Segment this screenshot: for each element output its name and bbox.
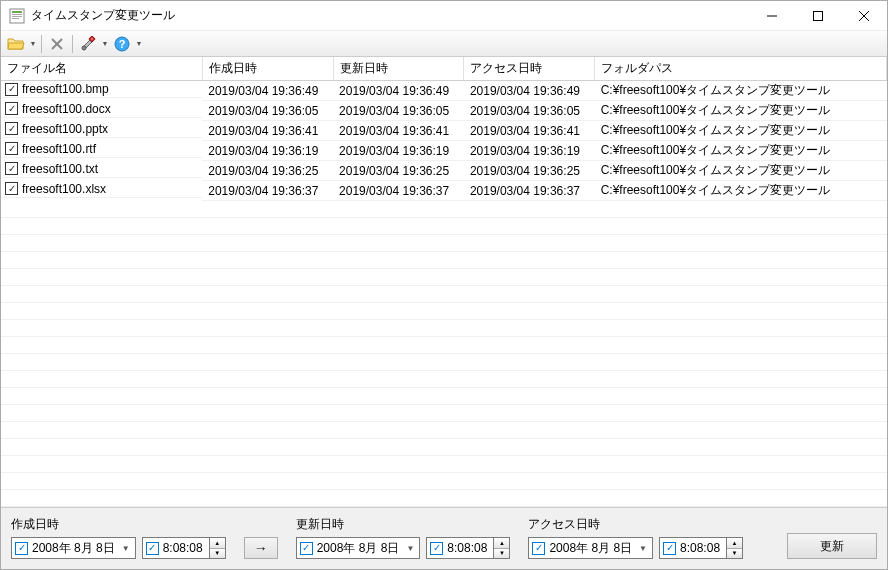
file-name: freesoft100.rtf: [22, 142, 96, 156]
cell-modified: 2019/03/04 19:36:37: [333, 181, 464, 201]
table-row[interactable]: ✓freesoft100.xlsx2019/03/04 19:36:372019…: [1, 181, 887, 201]
table-row-empty: [1, 456, 887, 473]
toolbar-separator: [41, 35, 42, 53]
minimize-button[interactable]: [749, 1, 795, 31]
svg-rect-3: [12, 16, 22, 17]
cell-accessed: 2019/03/04 19:36:25: [464, 161, 595, 181]
modified-group: 更新日時 ✓ 2008年 8月 8日 ▼ ✓ 8:08:08 ▲▼: [296, 516, 511, 559]
row-checkbox[interactable]: ✓: [5, 102, 18, 115]
help-dropdown[interactable]: ▼: [135, 33, 143, 55]
cell-created: 2019/03/04 19:36:05: [202, 101, 333, 121]
table-row-empty: [1, 439, 887, 456]
chevron-down-icon[interactable]: ▼: [403, 544, 417, 553]
modified-time-picker[interactable]: ✓ 8:08:08: [426, 537, 494, 559]
svg-rect-2: [12, 14, 22, 15]
update-button[interactable]: 更新: [787, 533, 877, 559]
accessed-time-checkbox[interactable]: ✓: [663, 542, 676, 555]
delete-button[interactable]: [46, 33, 68, 55]
row-checkbox[interactable]: ✓: [5, 122, 18, 135]
chevron-down-icon[interactable]: ▼: [119, 544, 133, 553]
created-date-checkbox[interactable]: ✓: [15, 542, 28, 555]
created-date-picker[interactable]: ✓ 2008年 8月 8日 ▼: [11, 537, 136, 559]
table-row[interactable]: ✓freesoft100.bmp2019/03/04 19:36:492019/…: [1, 81, 887, 101]
table-row-empty: [1, 320, 887, 337]
chevron-down-icon[interactable]: ▼: [636, 544, 650, 553]
cell-folder: C:¥freesoft100¥タイムスタンプ変更ツール: [595, 161, 887, 181]
file-name: freesoft100.txt: [22, 162, 98, 176]
cell-folder: C:¥freesoft100¥タイムスタンプ変更ツール: [595, 81, 887, 101]
table-row-empty: [1, 303, 887, 320]
file-table-wrap[interactable]: ファイル名 作成日時 更新日時 アクセス日時 フォルダパス ✓freesoft1…: [1, 57, 887, 508]
close-button[interactable]: [841, 1, 887, 31]
modified-date-checkbox[interactable]: ✓: [300, 542, 313, 555]
table-header-row: ファイル名 作成日時 更新日時 アクセス日時 フォルダパス: [1, 57, 887, 81]
apply-arrow-button[interactable]: →: [244, 537, 278, 559]
cell-accessed: 2019/03/04 19:36:37: [464, 181, 595, 201]
window-controls: [749, 1, 887, 31]
table-row-empty: [1, 371, 887, 388]
column-header-modified[interactable]: 更新日時: [333, 57, 464, 81]
row-checkbox[interactable]: ✓: [5, 182, 18, 195]
open-folder-button[interactable]: [5, 33, 27, 55]
modified-time-spinner[interactable]: ▲▼: [494, 537, 510, 559]
table-row-empty: [1, 337, 887, 354]
row-checkbox[interactable]: ✓: [5, 142, 18, 155]
column-header-folder[interactable]: フォルダパス: [595, 57, 887, 81]
accessed-label: アクセス日時: [528, 516, 743, 533]
created-time-spinner[interactable]: ▲▼: [210, 537, 226, 559]
window-title: タイムスタンプ変更ツール: [31, 7, 749, 24]
accessed-time-picker[interactable]: ✓ 8:08:08: [659, 537, 727, 559]
table-row-empty: [1, 252, 887, 269]
cell-created: 2019/03/04 19:36:19: [202, 141, 333, 161]
toolbar-separator: [72, 35, 73, 53]
table-row-empty: [1, 388, 887, 405]
cell-created: 2019/03/04 19:36:25: [202, 161, 333, 181]
modified-time-checkbox[interactable]: ✓: [430, 542, 443, 555]
row-checkbox[interactable]: ✓: [5, 162, 18, 175]
cell-created: 2019/03/04 19:36:49: [202, 81, 333, 101]
table-row-empty: [1, 286, 887, 303]
cell-modified: 2019/03/04 19:36:41: [333, 121, 464, 141]
modified-label: 更新日時: [296, 516, 511, 533]
toolbar: ▼ ▼ ? ▼: [1, 31, 887, 57]
table-row[interactable]: ✓freesoft100.rtf2019/03/04 19:36:192019/…: [1, 141, 887, 161]
table-row-empty: [1, 490, 887, 507]
settings-dropdown[interactable]: ▼: [101, 33, 109, 55]
cell-folder: C:¥freesoft100¥タイムスタンプ変更ツール: [595, 181, 887, 201]
column-header-created[interactable]: 作成日時: [202, 57, 333, 81]
svg-point-12: [82, 46, 86, 50]
cell-modified: 2019/03/04 19:36:05: [333, 101, 464, 121]
settings-button[interactable]: [77, 33, 99, 55]
created-group: 作成日時 ✓ 2008年 8月 8日 ▼ ✓ 8:08:08 ▲▼: [11, 516, 226, 559]
modified-date-picker[interactable]: ✓ 2008年 8月 8日 ▼: [296, 537, 421, 559]
cell-accessed: 2019/03/04 19:36:41: [464, 121, 595, 141]
accessed-date-checkbox[interactable]: ✓: [532, 542, 545, 555]
created-time-picker[interactable]: ✓ 8:08:08: [142, 537, 210, 559]
cell-modified: 2019/03/04 19:36:25: [333, 161, 464, 181]
cell-accessed: 2019/03/04 19:36:05: [464, 101, 595, 121]
table-row[interactable]: ✓freesoft100.docx2019/03/04 19:36:052019…: [1, 101, 887, 121]
table-row[interactable]: ✓freesoft100.pptx2019/03/04 19:36:412019…: [1, 121, 887, 141]
open-folder-dropdown[interactable]: ▼: [29, 33, 37, 55]
svg-rect-6: [814, 11, 823, 20]
bottom-panel: 作成日時 ✓ 2008年 8月 8日 ▼ ✓ 8:08:08 ▲▼ → 更新日時…: [1, 508, 887, 569]
accessed-time-spinner[interactable]: ▲▼: [727, 537, 743, 559]
created-time-checkbox[interactable]: ✓: [146, 542, 159, 555]
table-row-empty: [1, 218, 887, 235]
help-button[interactable]: ?: [111, 33, 133, 55]
cell-modified: 2019/03/04 19:36:49: [333, 81, 464, 101]
column-header-filename[interactable]: ファイル名: [1, 57, 202, 81]
cell-modified: 2019/03/04 19:36:19: [333, 141, 464, 161]
app-icon: [9, 8, 25, 24]
column-header-accessed[interactable]: アクセス日時: [464, 57, 595, 81]
table-row-empty: [1, 354, 887, 371]
table-row-empty: [1, 473, 887, 490]
table-row-empty: [1, 201, 887, 218]
table-row[interactable]: ✓freesoft100.txt2019/03/04 19:36:252019/…: [1, 161, 887, 181]
svg-rect-4: [12, 18, 19, 19]
created-label: 作成日時: [11, 516, 226, 533]
titlebar: タイムスタンプ変更ツール: [1, 1, 887, 31]
maximize-button[interactable]: [795, 1, 841, 31]
row-checkbox[interactable]: ✓: [5, 83, 18, 96]
accessed-date-picker[interactable]: ✓ 2008年 8月 8日 ▼: [528, 537, 653, 559]
